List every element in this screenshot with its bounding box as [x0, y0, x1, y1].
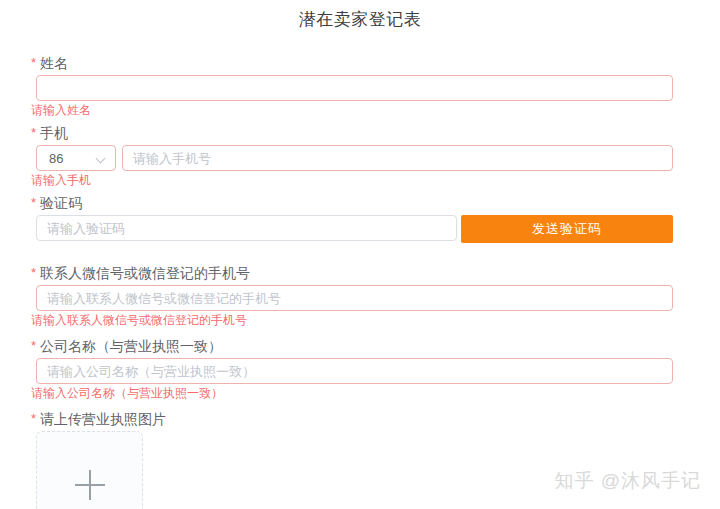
- code-row: 发送验证码: [36, 215, 673, 243]
- name-error: 请输入姓名: [31, 104, 673, 116]
- country-code-value: 86: [49, 151, 63, 166]
- company-error: 请输入公司名称（与营业执照一致）: [31, 387, 673, 399]
- required-marker: *: [31, 55, 36, 71]
- required-marker: *: [31, 265, 36, 281]
- company-input[interactable]: [36, 358, 673, 384]
- seller-registration-form: * 姓名 请输入姓名 * 手机 86 请输入手机 * 验证码 发送验证码 * 联…: [36, 48, 673, 509]
- code-label-text: 验证码: [40, 195, 82, 211]
- company-label: * 公司名称（与营业执照一致）: [31, 338, 673, 354]
- wechat-label: * 联系人微信号或微信登记的手机号: [31, 265, 673, 281]
- page-title: 潜在卖家登记表: [0, 9, 720, 31]
- name-input[interactable]: [36, 75, 673, 101]
- name-label-text: 姓名: [40, 55, 68, 71]
- phone-error: 请输入手机: [31, 174, 673, 186]
- license-label: * 请上传营业执照图片: [31, 411, 673, 427]
- license-upload-box[interactable]: [36, 431, 143, 509]
- license-label-text: 请上传营业执照图片: [40, 411, 166, 427]
- phone-label-text: 手机: [40, 125, 68, 141]
- watermark: 知乎 @沐风手记: [554, 468, 701, 494]
- chevron-down-icon: [97, 154, 105, 162]
- name-label: * 姓名: [31, 55, 673, 71]
- plus-icon: [75, 470, 105, 500]
- verification-code-input[interactable]: [36, 215, 457, 241]
- required-marker: *: [31, 338, 36, 354]
- required-marker: *: [31, 125, 36, 141]
- wechat-label-text: 联系人微信号或微信登记的手机号: [40, 265, 250, 281]
- phone-row: 86: [36, 145, 673, 171]
- wechat-input[interactable]: [36, 285, 673, 311]
- required-marker: *: [31, 195, 36, 211]
- wechat-error: 请输入联系人微信号或微信登记的手机号: [31, 314, 673, 326]
- required-marker: *: [31, 411, 36, 427]
- company-label-text: 公司名称（与营业执照一致）: [40, 338, 222, 354]
- phone-label: * 手机: [31, 125, 673, 141]
- send-code-button[interactable]: 发送验证码: [461, 215, 673, 243]
- phone-input[interactable]: [122, 145, 673, 171]
- code-label: * 验证码: [31, 195, 673, 211]
- country-code-select[interactable]: 86: [36, 145, 116, 171]
